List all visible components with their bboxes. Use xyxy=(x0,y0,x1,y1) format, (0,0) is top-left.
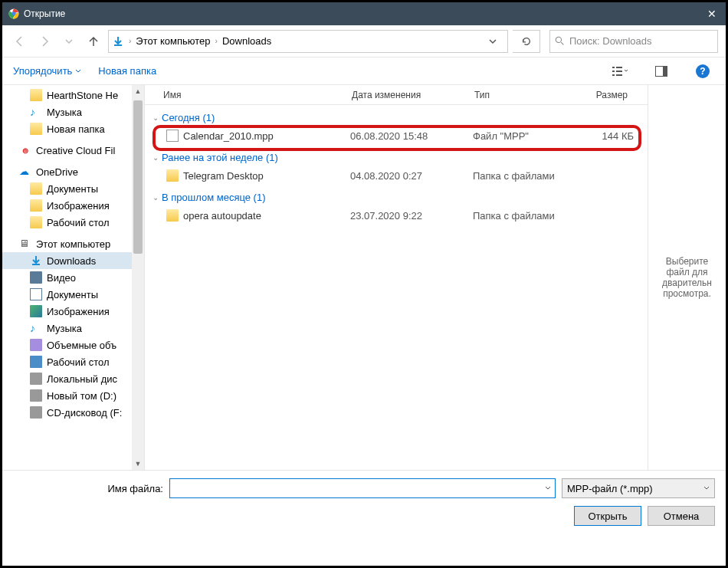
tree-item[interactable]: Downloads xyxy=(2,252,144,269)
arrow-left-icon xyxy=(14,35,26,48)
tree-item[interactable]: Документы xyxy=(2,180,144,197)
file-type: Папка с файлами xyxy=(473,170,580,182)
scroll-down-icon[interactable]: ▼ xyxy=(132,458,144,470)
tree-item-label: Документы xyxy=(47,183,98,195)
file-size: 144 КБ xyxy=(580,130,634,142)
file-type-filter[interactable]: MPP-файл (*.mpp) xyxy=(562,478,715,498)
file-date: 23.07.2020 9:22 xyxy=(350,210,473,222)
svg-point-2 xyxy=(556,37,561,42)
tree-item-label: Рабочий стол xyxy=(47,217,110,228)
file-row[interactable]: Telegram Desktop04.08.2020 0:27Папка с ф… xyxy=(145,166,648,185)
tree-item-label: Документы xyxy=(47,289,98,300)
chevron-down-icon xyxy=(65,38,73,45)
tree-item-label: Видео xyxy=(47,272,76,284)
group-header[interactable]: ⌄В прошлом месяце (1) xyxy=(145,188,648,206)
search-input[interactable]: Поиск: Downloads xyxy=(549,30,718,53)
file-row[interactable]: opera autoupdate23.07.2020 9:22Папка с ф… xyxy=(145,206,648,225)
tree-item[interactable]: Новый том (D:) xyxy=(2,387,144,404)
file-date: 06.08.2020 15:48 xyxy=(350,130,473,142)
group-header[interactable]: ⌄Ранее на этой неделе (1) xyxy=(145,148,648,166)
tree-item[interactable]: Видео xyxy=(2,269,144,286)
tree-item[interactable]: CD-дисковод (F: xyxy=(2,404,144,421)
tree-item-label: OneDrive xyxy=(36,166,78,178)
preview-pane-icon xyxy=(655,66,667,77)
tree-item[interactable]: Рабочий стол xyxy=(2,214,144,231)
group-header[interactable]: ⌄Сегодня (1) xyxy=(145,108,648,126)
group-label: Ранее на этой неделе (1) xyxy=(162,152,278,163)
tree-item-label: Рабочий стол xyxy=(47,356,110,368)
up-button[interactable] xyxy=(84,31,103,51)
chevron-down-icon: ⌄ xyxy=(152,113,159,122)
filter-label: MPP-файл (*.mpp) xyxy=(567,483,653,494)
scrollbar-thumb[interactable] xyxy=(133,100,143,254)
breadcrumb-sep: › xyxy=(127,37,133,45)
tree-item[interactable]: ♪Музыка xyxy=(2,320,144,337)
tree-item[interactable]: Локальный дис xyxy=(2,370,144,387)
back-button[interactable] xyxy=(10,31,30,51)
group-label: Сегодня (1) xyxy=(162,112,215,123)
tree-item[interactable]: Объемные объ xyxy=(2,337,144,353)
column-size[interactable]: Размер xyxy=(574,90,635,100)
svg-rect-4 xyxy=(616,67,622,68)
file-row[interactable]: Calendar_2010.mpp06.08.2020 15:48Файл "M… xyxy=(145,126,648,145)
new-folder-button[interactable]: Новая папка xyxy=(98,65,156,77)
breadcrumb-segment[interactable]: Этот компьютер xyxy=(133,35,213,47)
organize-menu[interactable]: Упорядочить xyxy=(13,65,81,77)
view-details-icon xyxy=(612,66,628,77)
open-button[interactable]: Открыть xyxy=(574,506,641,526)
chevron-down-icon xyxy=(75,68,81,74)
nav-tree: HearthStone He♪МузыкаНовая папка⊚Creativ… xyxy=(2,85,145,470)
column-name[interactable]: Имя xyxy=(145,90,344,100)
search-icon xyxy=(555,36,565,46)
sidebar-scrollbar[interactable]: ▲ ▼ xyxy=(132,85,144,470)
tree-item[interactable]: ☁OneDrive xyxy=(2,163,144,180)
new-folder-label: Новая папка xyxy=(98,65,156,77)
chrome-icon xyxy=(8,8,19,19)
tree-item-label: Локальный дис xyxy=(47,373,117,385)
titlebar[interactable]: Открытие ✕ xyxy=(2,2,726,25)
cancel-button[interactable]: Отмена xyxy=(648,506,715,526)
tree-item[interactable]: Документы xyxy=(2,286,144,303)
close-icon[interactable]: ✕ xyxy=(704,8,720,20)
tree-item-label: Изображения xyxy=(47,200,110,212)
tree-item-label: Музыка xyxy=(47,323,82,334)
chevron-down-icon xyxy=(489,38,497,45)
scroll-up-icon[interactable]: ▲ xyxy=(132,85,144,97)
address-history-button[interactable] xyxy=(481,30,504,53)
tree-item[interactable]: Новая папка xyxy=(2,120,144,137)
column-headers: Имя Дата изменения Тип Размер xyxy=(145,85,648,105)
svg-rect-8 xyxy=(616,74,622,76)
svg-rect-5 xyxy=(612,71,615,72)
tree-item-label: Creative Cloud Fil xyxy=(36,145,115,156)
preview-placeholder: Выберите файл для дварительн просмотра. xyxy=(653,256,721,299)
recent-locations-button[interactable] xyxy=(59,31,79,51)
breadcrumb-segment[interactable]: Downloads xyxy=(219,35,274,47)
address-bar[interactable]: › Этот компьютер › Downloads xyxy=(108,30,508,53)
tree-item[interactable]: Рабочий стол xyxy=(2,353,144,370)
tree-item[interactable]: ♪Музыка xyxy=(2,103,144,120)
filename-history-button[interactable] xyxy=(541,479,555,497)
filename-input[interactable] xyxy=(169,478,556,498)
tree-item[interactable]: ⊚Creative Cloud Fil xyxy=(2,142,144,159)
toolbar: Упорядочить Новая папка ? xyxy=(2,57,726,85)
arrow-up-icon xyxy=(87,35,100,48)
tree-item[interactable]: 🖥Этот компьютер xyxy=(2,235,144,252)
forward-button[interactable] xyxy=(34,31,54,51)
refresh-button[interactable] xyxy=(513,30,540,53)
group-label: В прошлом месяце (1) xyxy=(162,192,265,203)
file-date: 04.08.2020 0:27 xyxy=(350,170,473,182)
svg-rect-6 xyxy=(616,71,622,72)
tree-item-label: Изображения xyxy=(47,306,110,317)
column-date[interactable]: Дата изменения xyxy=(344,90,467,100)
tree-item[interactable]: HearthStone He xyxy=(2,87,144,103)
view-options-button[interactable] xyxy=(608,62,632,80)
help-button[interactable]: ? xyxy=(690,62,715,80)
file-name: Calendar_2010.mpp xyxy=(183,130,350,142)
column-type[interactable]: Тип xyxy=(467,90,574,100)
chevron-down-icon: ⌄ xyxy=(152,193,159,202)
tree-item[interactable]: Изображения xyxy=(2,197,144,214)
file-list: Имя Дата изменения Тип Размер ⌄Сегодня (… xyxy=(145,85,648,470)
preview-pane-button[interactable] xyxy=(649,62,674,80)
tree-item-label: Музыка xyxy=(47,107,82,118)
tree-item[interactable]: Изображения xyxy=(2,303,144,320)
